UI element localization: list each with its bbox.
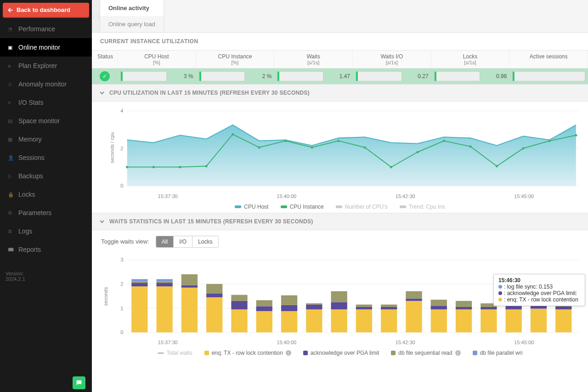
util-header-row: StatusCPU Host[%]CPU Instance[%]Waits[s/… <box>92 50 588 68</box>
svg-rect-71 <box>331 309 347 332</box>
sidebar-item-plan-explorer[interactable]: ⎈Plan Explorer <box>0 57 92 75</box>
svg-point-27 <box>337 140 339 142</box>
locks-cell: 0.96 <box>431 71 510 81</box>
cpu-instance-cell: 2 % <box>196 71 275 81</box>
chevron-down-icon <box>98 218 106 225</box>
svg-rect-56 <box>206 297 222 332</box>
legend-item[interactable]: CPU Instance <box>281 204 324 210</box>
svg-text:⚠: ⚠ <box>8 81 12 87</box>
waits-toggle-label: Toggle waits view: <box>101 238 149 245</box>
status-ok-icon: ✓ <box>100 71 110 81</box>
chevron-down-icon <box>98 89 106 97</box>
waits-toggle-locks[interactable]: Locks <box>192 236 218 247</box>
nav-icon: ⎈ <box>6 62 14 69</box>
sidebar-item-reports[interactable]: 📖Reports <box>0 240 92 259</box>
svg-point-30 <box>416 151 418 153</box>
sidebar-item-locks[interactable]: 🔒Locks <box>0 185 92 204</box>
svg-point-22 <box>205 165 208 167</box>
svg-rect-85 <box>431 300 447 306</box>
legend-item[interactable]: enq: TX - row lock contentioni <box>204 350 291 356</box>
back-to-dashboard-button[interactable]: Back to dashboard <box>3 3 89 17</box>
svg-text:2: 2 <box>120 281 123 287</box>
svg-rect-76 <box>356 304 372 307</box>
waits-toggle-row: Toggle waits view: AllI/OLocks <box>92 230 588 253</box>
sidebar-item-memory[interactable]: ▦Memory <box>0 130 92 148</box>
sidebar-item-backups[interactable]: ⎙Backups <box>0 167 92 185</box>
svg-rect-61 <box>231 295 247 301</box>
sidebar-item-anomaly-monitor[interactable]: ⚠Anomaly monitor <box>0 75 92 93</box>
svg-rect-82 <box>406 291 422 298</box>
version-info: Version: 2024.2.1 <box>6 271 25 282</box>
svg-rect-75 <box>356 307 372 309</box>
svg-text:≣: ≣ <box>8 228 12 234</box>
legend-item[interactable]: Total waits <box>158 350 192 356</box>
sidebar-item-space-monitor[interactable]: ▤Space monitor <box>0 112 92 130</box>
tab-bar: ⋮⋮ Online activityOnline query load <box>92 0 588 33</box>
nav-icon: ▦ <box>6 136 14 143</box>
svg-rect-74 <box>356 309 372 332</box>
nav-icon: ◔ <box>6 25 14 33</box>
svg-text:0: 0 <box>120 330 123 335</box>
svg-rect-86 <box>456 309 472 332</box>
sidebar-item-performance[interactable]: ◔Performance <box>0 20 92 38</box>
legend-item[interactable]: Number of CPU's <box>336 204 388 210</box>
waits-toggle-i-o[interactable]: I/O <box>174 236 192 247</box>
svg-rect-60 <box>231 301 247 309</box>
waits-section-header[interactable]: WAITS STATISTICS IN LAST 15 MINUTES (REF… <box>92 213 588 230</box>
sidebar-item-sessions[interactable]: 👤Sessions <box>0 148 92 167</box>
svg-rect-81 <box>406 298 422 301</box>
waits-xticks: 15:37:3015:40:0015:42:3015:45:00 <box>108 340 583 345</box>
svg-text:⚙: ⚙ <box>8 210 12 216</box>
sidebar-item-online-monitor[interactable]: ▣Online monitor <box>0 38 92 57</box>
svg-text:≡: ≡ <box>8 100 11 105</box>
svg-rect-83 <box>431 309 447 332</box>
svg-point-35 <box>548 140 551 142</box>
svg-rect-47 <box>131 281 147 283</box>
util-header-cell: Status <box>92 51 118 68</box>
tab-collapse-handle[interactable]: ⋮⋮ <box>92 0 100 32</box>
svg-rect-95 <box>531 308 547 332</box>
svg-rect-50 <box>157 283 173 286</box>
svg-point-26 <box>311 146 313 148</box>
tab-online-activity[interactable]: Online activity <box>100 0 164 16</box>
nav-icon: 📖 <box>6 246 14 253</box>
svg-rect-66 <box>281 305 297 311</box>
legend-item[interactable]: db file parallel wri <box>473 350 523 356</box>
svg-rect-45 <box>131 286 147 332</box>
svg-text:◔: ◔ <box>8 26 12 32</box>
svg-rect-57 <box>206 294 222 297</box>
nav-icon: ≣ <box>6 227 14 235</box>
cpu-host-cell: 3 % <box>118 71 196 81</box>
svg-rect-88 <box>456 301 472 307</box>
back-label: Back to dashboard <box>17 6 70 13</box>
svg-text:2: 2 <box>120 146 123 151</box>
svg-point-32 <box>469 145 471 148</box>
legend-item[interactable]: CPU Host <box>235 204 268 210</box>
nav-icon: ⎙ <box>6 172 14 180</box>
cpu-xticks: 15:37:3015:40:0015:42:3015:45:00 <box>108 193 583 199</box>
svg-point-28 <box>363 146 366 148</box>
legend-item[interactable]: Trend: Cpu Ins <box>400 204 445 210</box>
sidebar-item-i-o-stats[interactable]: ≡I/O Stats <box>0 93 92 112</box>
svg-point-21 <box>179 166 181 168</box>
util-header-cell: Waits[s/1s] <box>274 51 353 68</box>
svg-point-33 <box>496 165 498 167</box>
info-icon: i <box>455 350 461 356</box>
waits-toggle-all[interactable]: All <box>156 236 174 247</box>
svg-rect-53 <box>181 287 198 332</box>
svg-point-31 <box>443 140 445 142</box>
cpu-chart: seconds / cpu 024 <box>92 102 588 193</box>
nav-icon: ▤ <box>6 117 14 125</box>
waits-io-cell: 0.27 <box>353 71 431 81</box>
help-widget-button[interactable] <box>73 376 85 389</box>
util-header-cell: CPU Instance[%] <box>196 51 275 68</box>
tab-online-query-load[interactable]: Online query load <box>100 16 164 32</box>
cpu-legend: CPU HostCPU InstanceNumber of CPU'sTrend… <box>92 199 588 213</box>
legend-item[interactable]: db file sequential readi <box>391 350 460 356</box>
sidebar-item-parameters[interactable]: ⚙Parameters <box>0 204 92 222</box>
cpu-section-header[interactable]: CPU UTILIZATION IN LAST 15 MINUTES (REFR… <box>92 84 588 102</box>
svg-text:▣: ▣ <box>8 45 12 50</box>
sidebar-item-logs[interactable]: ≣Logs <box>0 222 92 240</box>
legend-item[interactable]: acknowledge over PGA limit <box>303 350 379 356</box>
svg-rect-73 <box>331 291 347 302</box>
